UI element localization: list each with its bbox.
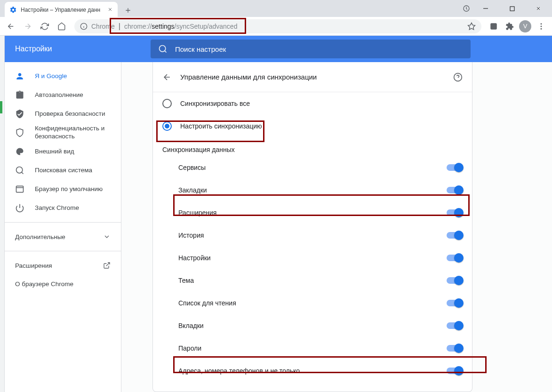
settings-header: Настройки Поиск настроек bbox=[5, 36, 552, 62]
svg-rect-1 bbox=[510, 7, 514, 11]
sidebar-item-search[interactable]: Поисковая система bbox=[5, 161, 121, 180]
browser-icon bbox=[15, 184, 24, 194]
bookmark-star-icon[interactable] bbox=[467, 22, 476, 31]
toggle-switch[interactable] bbox=[447, 255, 463, 261]
extensions-icon[interactable] bbox=[503, 20, 516, 33]
sidebar-item-label: Запуск Chrome bbox=[35, 204, 79, 212]
radio-sync-all[interactable]: Синхронизировать все bbox=[153, 92, 472, 115]
toggle-reading-list[interactable]: Список для чтения bbox=[153, 292, 472, 314]
search-icon bbox=[15, 166, 24, 175]
menu-button[interactable] bbox=[534, 19, 548, 33]
card-header: Управление данными для синхронизации bbox=[153, 62, 472, 92]
sidebar-item-startup[interactable]: Запуск Chrome bbox=[5, 199, 121, 217]
toggle-history[interactable]: История bbox=[153, 224, 472, 247]
settings-content: Управление данными для синхронизации Син… bbox=[121, 62, 552, 392]
toggle-switch[interactable] bbox=[447, 300, 463, 306]
sidebar-item-label: Внешний вид bbox=[35, 148, 74, 156]
toggle-extensions[interactable]: Расширения bbox=[153, 201, 472, 224]
toggle-bookmarks[interactable]: Закладки bbox=[153, 179, 472, 201]
close-window-button[interactable] bbox=[528, 1, 549, 16]
help-icon[interactable] bbox=[453, 72, 463, 82]
sidebar-item-label: Поисковая система bbox=[35, 167, 92, 175]
svg-point-4 bbox=[541, 23, 542, 24]
svg-rect-3 bbox=[490, 23, 497, 30]
toggle-switch[interactable] bbox=[447, 322, 463, 329]
url-text: chrome://settings/syncSetup/advanced bbox=[124, 23, 237, 30]
sidebar-item-autofill[interactable]: Автозаполнение bbox=[5, 86, 121, 104]
palette-icon bbox=[15, 147, 24, 156]
settings-app-title: Настройки bbox=[5, 45, 151, 53]
address-bar[interactable]: Chrome | chrome://settings/syncSetup/adv… bbox=[74, 19, 481, 33]
account-indicator-icon[interactable] bbox=[463, 5, 470, 12]
toggle-switch[interactable] bbox=[447, 164, 463, 171]
sidebar-item-label: Браузер по умолчанию bbox=[35, 185, 103, 193]
sidebar-item-privacy[interactable]: Конфиденциальность и безопасность bbox=[5, 123, 121, 142]
forward-button[interactable] bbox=[21, 19, 35, 33]
sidebar-item-label: Проверка безопасности bbox=[35, 110, 105, 118]
svg-point-8 bbox=[16, 167, 23, 173]
shield-check-icon bbox=[15, 109, 24, 119]
new-tab-button[interactable] bbox=[121, 4, 135, 17]
page-title: Управление данными для синхронизации bbox=[180, 73, 445, 81]
svg-point-6 bbox=[541, 28, 542, 29]
profile-avatar[interactable]: V bbox=[519, 20, 531, 32]
toggle-switch[interactable] bbox=[447, 368, 463, 374]
person-icon bbox=[15, 72, 24, 81]
chevron-down-icon bbox=[103, 233, 111, 240]
svg-rect-9 bbox=[16, 186, 24, 192]
sidebar-item-you-and-google[interactable]: Я и Google bbox=[5, 67, 121, 86]
settings-search[interactable]: Поиск настроек bbox=[151, 40, 471, 58]
back-arrow-icon[interactable] bbox=[162, 72, 172, 82]
toggle-switch[interactable] bbox=[447, 187, 463, 193]
power-icon bbox=[15, 203, 24, 213]
background-window-sliver bbox=[0, 36, 5, 392]
sidebar-item-appearance[interactable]: Внешний вид bbox=[5, 142, 121, 161]
toggle-addresses[interactable]: Адреса, номера телефонов и не только bbox=[153, 360, 472, 382]
extension-icon-1[interactable] bbox=[487, 20, 500, 33]
clipboard-icon bbox=[15, 90, 24, 100]
sidebar-advanced[interactable]: Дополнительные bbox=[5, 227, 121, 246]
back-button[interactable] bbox=[4, 19, 18, 33]
sidebar-extensions[interactable]: Расширения bbox=[5, 256, 121, 275]
svg-point-7 bbox=[160, 46, 166, 52]
browser-tab[interactable]: Настройки – Управление данн bbox=[5, 2, 118, 18]
toggle-switch[interactable] bbox=[447, 232, 463, 239]
settings-sidebar: Я и Google Автозаполнение Проверка безоп… bbox=[5, 62, 121, 392]
toggle-switch[interactable] bbox=[447, 209, 463, 216]
maximize-button[interactable] bbox=[501, 1, 523, 16]
tab-title: Настройки – Управление данн bbox=[21, 7, 100, 13]
gear-icon bbox=[9, 6, 17, 14]
url-chrome-label: Chrome bbox=[91, 23, 115, 30]
radio-icon bbox=[162, 99, 172, 108]
browser-tab-strip: Настройки – Управление данн bbox=[0, 0, 552, 17]
search-icon bbox=[158, 44, 168, 54]
toggle-settings[interactable]: Настройки bbox=[153, 247, 472, 269]
search-placeholder: Поиск настроек bbox=[175, 45, 226, 53]
shield-icon bbox=[15, 128, 24, 137]
sidebar-item-default-browser[interactable]: Браузер по умолчанию bbox=[5, 180, 121, 199]
section-heading: Синхронизация данных bbox=[153, 137, 472, 156]
toggle-tabs[interactable]: Вкладки bbox=[153, 314, 472, 337]
toggle-switch[interactable] bbox=[447, 277, 463, 284]
sidebar-about[interactable]: О браузере Chrome bbox=[5, 275, 121, 294]
sidebar-item-label: Автозаполнение bbox=[35, 91, 83, 99]
sidebar-item-label: Конфиденциальность и безопасность bbox=[35, 125, 111, 141]
minimize-button[interactable] bbox=[475, 1, 496, 16]
home-button[interactable] bbox=[55, 19, 69, 33]
external-link-icon bbox=[103, 262, 111, 269]
site-info-icon[interactable] bbox=[80, 23, 88, 30]
toggle-passwords[interactable]: Пароли bbox=[153, 337, 472, 360]
toggle-services[interactable]: Сервисы bbox=[153, 156, 472, 179]
radio-sync-custom[interactable]: Настроить синхронизацию bbox=[153, 115, 472, 137]
svg-point-5 bbox=[541, 25, 542, 27]
sidebar-item-label: Я и Google bbox=[35, 72, 67, 80]
sync-settings-card: Управление данными для синхронизации Син… bbox=[152, 62, 472, 392]
close-tab-icon[interactable] bbox=[107, 7, 113, 14]
toggle-theme[interactable]: Тема bbox=[153, 269, 472, 292]
radio-checked-icon bbox=[162, 121, 172, 131]
background-accent bbox=[0, 101, 2, 113]
reload-button[interactable] bbox=[38, 19, 52, 33]
browser-toolbar: Chrome | chrome://settings/syncSetup/adv… bbox=[0, 17, 552, 36]
toggle-switch[interactable] bbox=[447, 345, 463, 352]
sidebar-item-safety[interactable]: Проверка безопасности bbox=[5, 104, 121, 123]
